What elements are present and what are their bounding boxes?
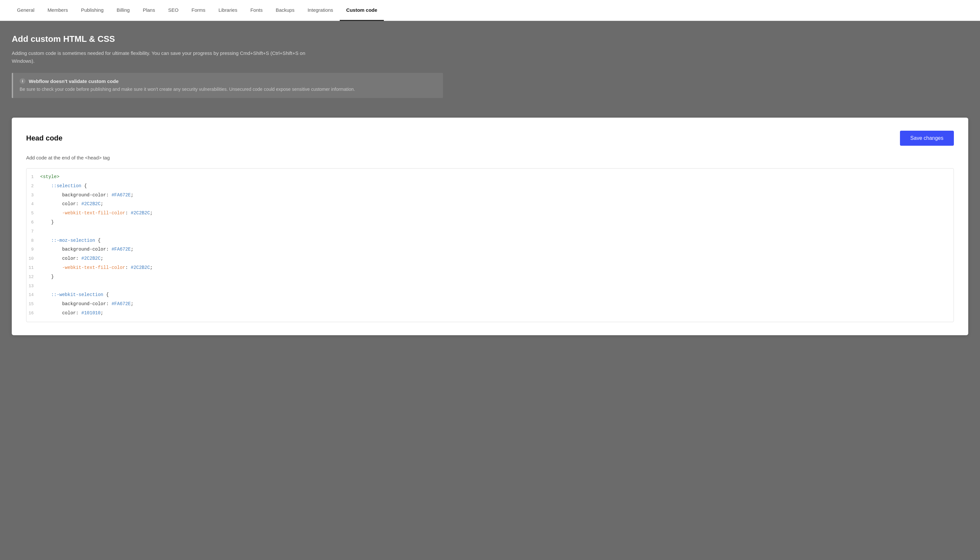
code-line-13: 13 — [27, 282, 953, 291]
navigation: General Members Publishing Billing Plans… — [0, 0, 980, 21]
code-line-16: 16 color: #101010; — [27, 309, 953, 318]
nav-custom-code[interactable]: Custom code — [340, 0, 384, 21]
nav-publishing[interactable]: Publishing — [75, 0, 110, 21]
nav-billing[interactable]: Billing — [110, 0, 136, 21]
code-line-10: 10 color: #2C2B2C; — [27, 254, 953, 263]
code-line-1: 1 <style> — [27, 173, 953, 182]
nav-plans[interactable]: Plans — [136, 0, 162, 21]
code-line-8: 8 ::-moz-selection { — [27, 236, 953, 245]
card-title: Head code — [26, 134, 62, 142]
nav-seo[interactable]: SEO — [162, 0, 185, 21]
code-line-14: 14 ::-webkit-selection { — [27, 290, 953, 300]
info-icon: i — [20, 78, 25, 84]
code-line-6: 6 } — [27, 218, 953, 227]
head-code-card: Head code Save changes Add code at the e… — [12, 118, 968, 335]
code-line-9: 9 background-color: #FA672E; — [27, 245, 953, 254]
warning-header: i Webflow doesn't validate custom code — [20, 78, 436, 84]
warning-title: Webflow doesn't validate custom code — [29, 78, 118, 84]
nav-libraries[interactable]: Libraries — [212, 0, 244, 21]
code-line-2: 2 ::selection { — [27, 182, 953, 191]
nav-fonts[interactable]: Fonts — [244, 0, 269, 21]
code-line-15: 15 background-color: #FA672E; — [27, 300, 953, 309]
nav-integrations[interactable]: Integrations — [301, 0, 339, 21]
warning-box: i Webflow doesn't validate custom code B… — [12, 73, 443, 98]
page-title: Add custom HTML & CSS — [12, 34, 968, 44]
nav-backups[interactable]: Backups — [269, 0, 301, 21]
code-line-5: 5 -webkit-text-fill-color: #2C2B2C; — [27, 209, 953, 218]
page-description: Adding custom code is sometimes needed f… — [12, 49, 306, 65]
nav-members[interactable]: Members — [41, 0, 75, 21]
nav-forms[interactable]: Forms — [185, 0, 212, 21]
code-editor[interactable]: 1 <style> 2 ::selection { 3 background-c… — [26, 168, 954, 322]
code-line-3: 3 background-color: #FA672E; — [27, 191, 953, 200]
card-header: Head code Save changes — [26, 131, 954, 146]
code-line-11: 11 -webkit-text-fill-color: #2C2B2C; — [27, 263, 953, 272]
nav-general[interactable]: General — [10, 0, 41, 21]
code-line-7: 7 — [27, 227, 953, 236]
top-section: Add custom HTML & CSS Adding custom code… — [0, 21, 980, 118]
warning-text: Be sure to check your code before publis… — [20, 86, 436, 93]
save-changes-button[interactable]: Save changes — [900, 131, 954, 146]
code-line-4: 4 color: #2C2B2C; — [27, 200, 953, 209]
code-line-12: 12 } — [27, 272, 953, 282]
card-subtitle: Add code at the end of the <head> tag — [26, 155, 954, 160]
